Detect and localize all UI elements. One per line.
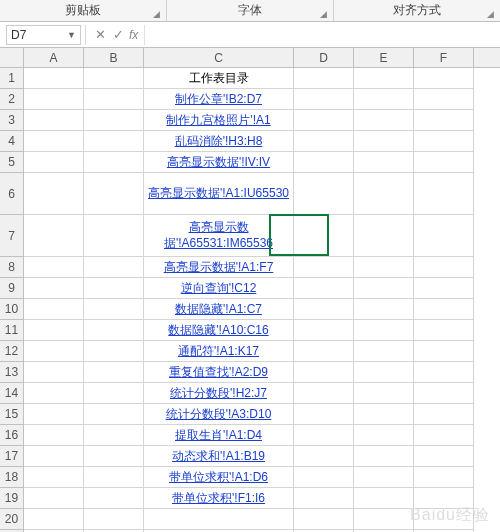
col-header-D[interactable]: D xyxy=(294,48,354,67)
cell-B11[interactable] xyxy=(84,320,144,341)
hyperlink[interactable]: 动态求和'!A1:B19 xyxy=(172,448,265,465)
cell-A9[interactable] xyxy=(24,278,84,299)
cell-F9[interactable] xyxy=(414,278,474,299)
cell-A1[interactable] xyxy=(24,68,84,89)
hyperlink[interactable]: 乱码消除'!H3:H8 xyxy=(175,133,263,150)
fx-icon[interactable]: fx xyxy=(129,28,138,42)
cell-C13[interactable]: 重复值查找'!A2:D9 xyxy=(144,362,294,383)
dialog-launcher-icon[interactable]: ◢ xyxy=(487,9,494,19)
cell-D17[interactable] xyxy=(294,446,354,467)
name-box[interactable]: D7 ▼ xyxy=(6,25,81,45)
cell-D10[interactable] xyxy=(294,299,354,320)
cell-C14[interactable]: 统计分数段'!H2:J7 xyxy=(144,383,294,404)
cell-A3[interactable] xyxy=(24,110,84,131)
cell-B18[interactable] xyxy=(84,467,144,488)
cell-E12[interactable] xyxy=(354,341,414,362)
dialog-launcher-icon[interactable]: ◢ xyxy=(320,9,327,19)
cell-F3[interactable] xyxy=(414,110,474,131)
cell-E2[interactable] xyxy=(354,89,414,110)
cell-E9[interactable] xyxy=(354,278,414,299)
cell-D13[interactable] xyxy=(294,362,354,383)
cell-F16[interactable] xyxy=(414,425,474,446)
cell-A20[interactable] xyxy=(24,509,84,530)
hyperlink[interactable]: 带单位求积'!A1:D6 xyxy=(169,469,268,486)
cell-C12[interactable]: 通配符'!A1:K17 xyxy=(144,341,294,362)
row-header[interactable]: 12 xyxy=(0,341,23,362)
row-header[interactable]: 18 xyxy=(0,467,23,488)
hyperlink[interactable]: 制作公章'!B2:D7 xyxy=(175,91,262,108)
cell-B8[interactable] xyxy=(84,257,144,278)
cell-B7[interactable] xyxy=(84,215,144,257)
cell-A11[interactable] xyxy=(24,320,84,341)
row-header[interactable]: 17 xyxy=(0,446,23,467)
cell-F12[interactable] xyxy=(414,341,474,362)
cell-C8[interactable]: 高亮显示数据'!A1:F7 xyxy=(144,257,294,278)
cell-A2[interactable] xyxy=(24,89,84,110)
row-header[interactable]: 6 xyxy=(0,173,23,215)
row-header[interactable]: 10 xyxy=(0,299,23,320)
cell-D7[interactable] xyxy=(294,215,354,257)
cell-F11[interactable] xyxy=(414,320,474,341)
cell-A19[interactable] xyxy=(24,488,84,509)
cell-F17[interactable] xyxy=(414,446,474,467)
cell-C17[interactable]: 动态求和'!A1:B19 xyxy=(144,446,294,467)
cell-D18[interactable] xyxy=(294,467,354,488)
cell-D12[interactable] xyxy=(294,341,354,362)
cell-A5[interactable] xyxy=(24,152,84,173)
cell-E10[interactable] xyxy=(354,299,414,320)
cell-F20[interactable] xyxy=(414,509,474,530)
cell-A6[interactable] xyxy=(24,173,84,215)
cell-E17[interactable] xyxy=(354,446,414,467)
cell-B2[interactable] xyxy=(84,89,144,110)
col-header-A[interactable]: A xyxy=(24,48,84,67)
cell-F18[interactable] xyxy=(414,467,474,488)
cell-B12[interactable] xyxy=(84,341,144,362)
cell-F14[interactable] xyxy=(414,383,474,404)
row-header[interactable]: 20 xyxy=(0,509,23,530)
row-header[interactable]: 16 xyxy=(0,425,23,446)
row-header[interactable]: 4 xyxy=(0,131,23,152)
cell-B17[interactable] xyxy=(84,446,144,467)
select-all-corner[interactable] xyxy=(0,48,24,68)
cell-E15[interactable] xyxy=(354,404,414,425)
cell-B14[interactable] xyxy=(84,383,144,404)
cell-A18[interactable] xyxy=(24,467,84,488)
cell-B13[interactable] xyxy=(84,362,144,383)
cell-E20[interactable] xyxy=(354,509,414,530)
cell-A14[interactable] xyxy=(24,383,84,404)
cell-C3[interactable]: 制作九宫格照片'!A1 xyxy=(144,110,294,131)
row-header[interactable]: 13 xyxy=(0,362,23,383)
cell-F15[interactable] xyxy=(414,404,474,425)
hyperlink[interactable]: 重复值查找'!A2:D9 xyxy=(169,364,268,381)
cell-D15[interactable] xyxy=(294,404,354,425)
row-header[interactable]: 5 xyxy=(0,152,23,173)
hyperlink[interactable]: 高亮显示数据'!A65531:IM65536 xyxy=(146,220,291,251)
hyperlink[interactable]: 数据隐藏'!A1:C7 xyxy=(175,301,262,318)
cell-D1[interactable] xyxy=(294,68,354,89)
cell-F5[interactable] xyxy=(414,152,474,173)
cell-D11[interactable] xyxy=(294,320,354,341)
cell-B3[interactable] xyxy=(84,110,144,131)
cell-E3[interactable] xyxy=(354,110,414,131)
ribbon-section-align[interactable]: 对齐方式◢ xyxy=(334,0,500,21)
cell-C11[interactable]: 数据隐藏'!A10:C16 xyxy=(144,320,294,341)
cell-B20[interactable] xyxy=(84,509,144,530)
cell-F2[interactable] xyxy=(414,89,474,110)
row-header[interactable]: 14 xyxy=(0,383,23,404)
row-header[interactable]: 2 xyxy=(0,89,23,110)
cell-C6[interactable]: 高亮显示数据'!A1:IU65530 xyxy=(144,173,294,215)
cell-A8[interactable] xyxy=(24,257,84,278)
row-header[interactable]: 19 xyxy=(0,488,23,509)
cell-F6[interactable] xyxy=(414,173,474,215)
cell-C2[interactable]: 制作公章'!B2:D7 xyxy=(144,89,294,110)
hyperlink[interactable]: 高亮显示数据'!A1:IU65530 xyxy=(148,186,289,202)
cell-E16[interactable] xyxy=(354,425,414,446)
cell-C4[interactable]: 乱码消除'!H3:H8 xyxy=(144,131,294,152)
cell-E7[interactable] xyxy=(354,215,414,257)
formula-input[interactable] xyxy=(144,25,500,45)
cell-A13[interactable] xyxy=(24,362,84,383)
cell-D20[interactable] xyxy=(294,509,354,530)
cell-C18[interactable]: 带单位求积'!A1:D6 xyxy=(144,467,294,488)
cell-D16[interactable] xyxy=(294,425,354,446)
cell-B19[interactable] xyxy=(84,488,144,509)
